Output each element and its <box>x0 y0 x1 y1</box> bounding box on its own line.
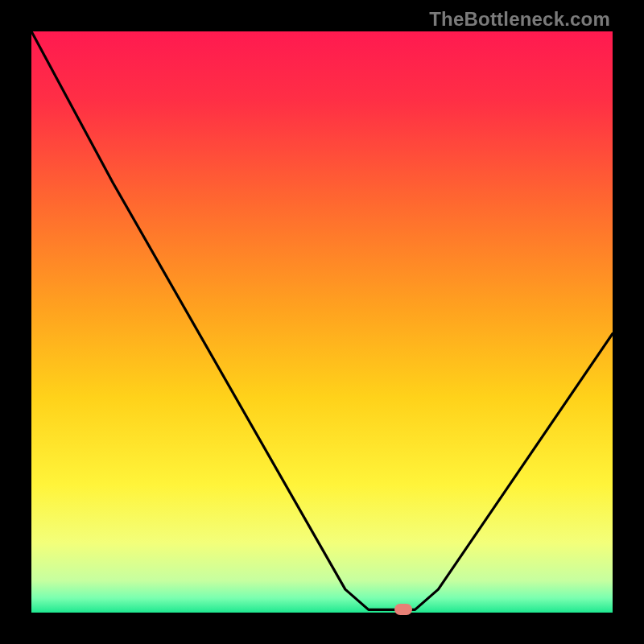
watermark-text: TheBottleneck.com <box>429 8 610 31</box>
bottleneck-curve <box>31 31 613 613</box>
plot-area <box>31 31 613 613</box>
optimal-marker <box>394 604 412 615</box>
chart-container: TheBottleneck.com <box>0 0 644 644</box>
